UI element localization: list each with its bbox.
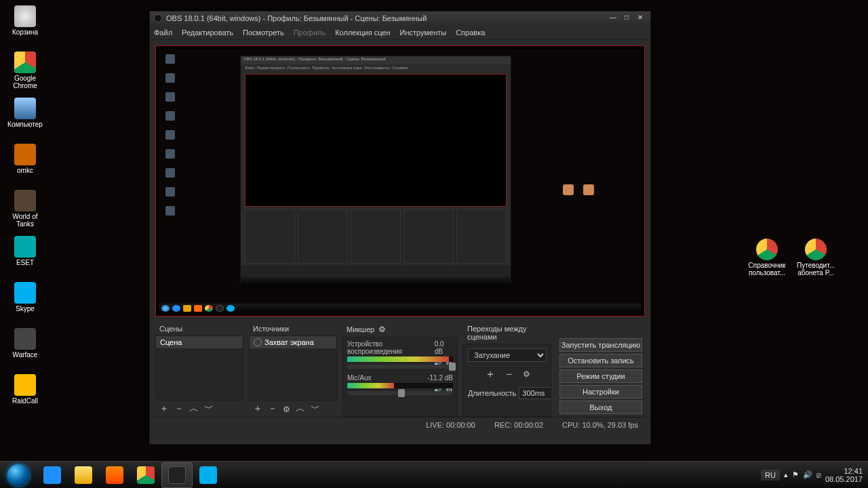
mixer-settings-icon[interactable] — [378, 325, 386, 334]
tray-up-icon[interactable]: ▴ — [784, 470, 788, 479]
visibility-icon[interactable] — [254, 338, 262, 346]
volume-slider[interactable] — [347, 391, 453, 395]
taskbar-item-ie[interactable] — [37, 462, 68, 488]
flag-icon[interactable]: ⚑ — [792, 470, 799, 479]
status-bar: LIVE: 00:00:00 REC: 00:00:02 CPU: 10.0%,… — [150, 417, 650, 432]
source-settings-button[interactable] — [283, 403, 290, 414]
preview-area[interactable]: OBS 18.0.1 (64bit, windows) - Профиль: Б… — [155, 45, 645, 317]
source-down-button[interactable]: ﹀ — [311, 403, 320, 415]
dock-panels: Сцены Сцена ＋ － ︿ ﹀ Источники Захват экр… — [150, 322, 650, 417]
source-add-button[interactable]: ＋ — [253, 403, 262, 415]
sources-panel: Источники Захват экрана ＋ － ︿ ﹀ — [249, 322, 337, 417]
menu-item[interactable]: Файл — [154, 28, 172, 37]
control-button[interactable]: Настройки — [559, 385, 642, 399]
control-button[interactable]: Выход — [559, 401, 642, 414]
status-rec: REC: 00:00:02 — [494, 421, 543, 429]
desktop-icon[interactable]: Справочник пользоват... — [743, 239, 791, 277]
control-button[interactable]: Остановить запись — [559, 354, 642, 367]
mixer-title: Микшер — [347, 325, 374, 333]
menu-item[interactable]: Профиль — [294, 28, 326, 37]
source-item[interactable]: Захват экрана — [250, 336, 336, 348]
desktop-icon[interactable]: Компьютер — [3, 98, 47, 128]
transition-remove-button[interactable]: － — [504, 367, 515, 382]
scene-add-button[interactable]: ＋ — [159, 403, 169, 415]
start-button[interactable] — [0, 462, 37, 489]
window-title: OBS 18.0.1 (64bit, windows) - Профиль: Б… — [166, 14, 606, 22]
audio-meter — [347, 357, 453, 362]
control-button[interactable]: Запустить трансляцию — [559, 338, 642, 352]
scenes-title: Сцены — [155, 322, 243, 336]
desktop-icon[interactable]: World of Tanks — [3, 190, 47, 228]
desktop: КорзинаGoogle ChromeКомпьютерomkcWorld o… — [0, 0, 868, 488]
scene-up-button[interactable]: ︿ — [189, 403, 199, 415]
taskbar-item-obs[interactable] — [161, 462, 193, 488]
taskbar-item-chrome[interactable] — [130, 462, 161, 488]
source-remove-button[interactable]: － — [268, 403, 277, 415]
close-button[interactable]: ✕ — [634, 14, 646, 23]
duration-label: Длительность — [468, 389, 516, 397]
transition-add-button[interactable]: ＋ — [485, 367, 496, 382]
system-tray: RU ▴ ⚑ 🔊 ⎚ 12:41 08.05.2017 — [755, 467, 868, 483]
desktop-icon[interactable]: Google Chrome — [3, 52, 47, 89]
scenes-panel: Сцены Сцена ＋ － ︿ ﹀ — [155, 322, 243, 417]
desktop-icon[interactable]: Skype — [3, 282, 47, 312]
menubar: ФайлРедактироватьПосмотретьПрофильКоллек… — [150, 25, 650, 40]
source-up-button[interactable]: ︿ — [296, 403, 305, 415]
desktop-icon[interactable]: omkc — [3, 144, 47, 174]
menu-item[interactable]: Справка — [456, 28, 485, 37]
menu-item[interactable]: Коллекция сцен — [335, 28, 390, 37]
transitions-panel: Переходы между сценами Затухание ＋ － Дли… — [463, 322, 551, 417]
transition-settings-button[interactable] — [523, 367, 530, 382]
obs-icon — [154, 14, 162, 22]
clock[interactable]: 12:41 08.05.2017 — [825, 467, 863, 483]
scene-item[interactable]: Сцена — [156, 336, 243, 348]
taskbar-item-explorer[interactable] — [68, 462, 99, 488]
mixer-channel: Mic/Aux-11.2 dB🔊 — [343, 371, 457, 398]
taskbar: RU ▴ ⚑ 🔊 ⎚ 12:41 08.05.2017 — [0, 461, 868, 488]
sources-title: Источники — [249, 322, 337, 336]
maximize-button[interactable]: □ — [620, 14, 633, 23]
desktop-icon[interactable]: Корзина — [3, 5, 47, 36]
transition-select[interactable]: Затухание — [468, 348, 547, 362]
audio-meter — [347, 383, 453, 388]
taskbar-item-skype[interactable] — [193, 462, 224, 488]
desktop-icon[interactable]: RaidCall — [3, 374, 47, 405]
obs-window: OBS 18.0.1 (64bit, windows) - Профиль: Б… — [149, 11, 651, 445]
scene-remove-button[interactable]: － — [174, 403, 184, 415]
network-icon[interactable]: ⎚ — [816, 471, 821, 479]
scene-down-button[interactable]: ﹀ — [204, 403, 214, 415]
controls-panel: Запустить трансляциюОстановить записьРеж… — [557, 322, 645, 417]
desktop-icon[interactable]: Путеводит... абонета Р... — [791, 239, 840, 277]
volume-icon[interactable]: 🔊 — [803, 470, 812, 479]
desktop-icon[interactable]: ESET — [3, 236, 47, 266]
mixer-panel: Микшер Устройство воспроизведения0.0 dB🔊… — [342, 322, 458, 417]
transitions-title: Переходы между сценами — [463, 322, 551, 344]
duration-input[interactable] — [519, 387, 551, 399]
volume-slider[interactable] — [347, 365, 453, 369]
minimize-button[interactable]: — — [607, 14, 619, 23]
status-cpu: CPU: 10.0%, 29.03 fps — [562, 421, 638, 429]
menu-item[interactable]: Инструменты — [400, 28, 447, 37]
menu-item[interactable]: Редактировать — [182, 28, 233, 37]
mixer-channel: Устройство воспроизведения0.0 dB🔊 — [343, 338, 457, 371]
status-live: LIVE: 00:00:00 — [426, 421, 475, 429]
control-button[interactable]: Режим студии — [559, 369, 642, 383]
desktop-icon[interactable]: Warface — [3, 328, 47, 359]
taskbar-item-wmp[interactable] — [99, 462, 130, 488]
menu-item[interactable]: Посмотреть — [243, 28, 284, 37]
titlebar[interactable]: OBS 18.0.1 (64bit, windows) - Профиль: Б… — [150, 12, 650, 25]
language-indicator[interactable]: RU — [761, 470, 780, 481]
